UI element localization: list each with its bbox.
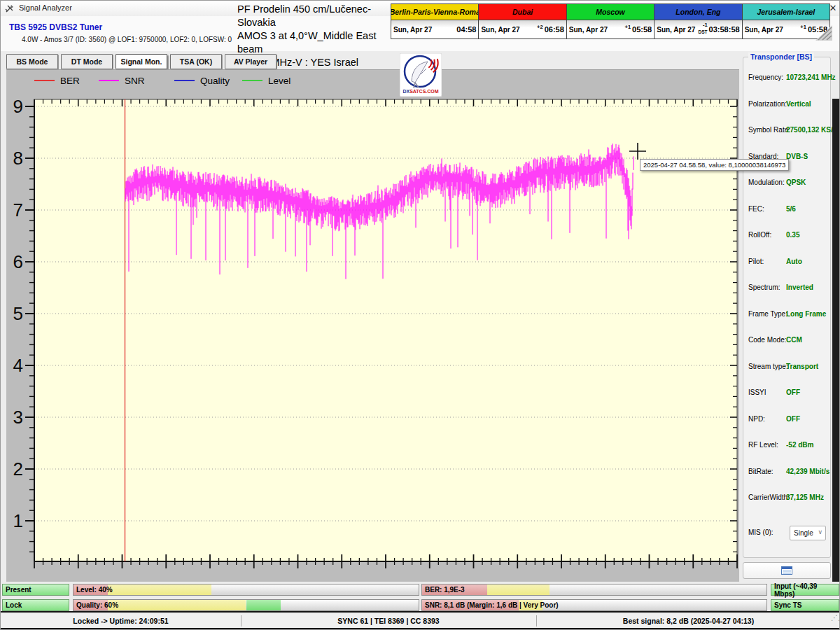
clock-utc-offset: +1	[800, 24, 806, 30]
clock-utc-offset: -1	[703, 22, 708, 28]
transponder-label: Stream type:	[748, 363, 788, 370]
transponder-value: Long Frame	[786, 310, 826, 318]
tab-tsa-ok-[interactable]: TSA (OK)	[170, 54, 222, 69]
transponder-label: NPD:	[748, 415, 765, 423]
meter-zone-yellow	[108, 600, 246, 610]
y-axis-label: 1	[4, 510, 23, 532]
clock-berlin-paris-vienna-roma: Berlin-Paris-Vienna-RomaSun, Apr 2704:58	[391, 4, 479, 38]
transponder-row: Pilot:Auto	[748, 258, 830, 267]
clock-city-label: Moscow	[567, 4, 654, 20]
clock-utc-offset: +1	[625, 24, 631, 30]
transponder-label: Code Mode:	[748, 336, 786, 344]
status-best-signal: Best signal: 8,2 dB (2025-04-27 04:13)	[536, 613, 840, 629]
transponder-row: ISSYIOFF	[748, 388, 830, 398]
transponder-row: Stream type:Transport	[748, 363, 830, 372]
transponder-value: QPSK	[786, 178, 806, 186]
resize-grip-icon[interactable]	[807, 24, 832, 41]
status-box: Input (~40,39 Mbps)	[771, 584, 839, 596]
transponder-row: Frequency:10723,241 MHz	[748, 74, 830, 83]
meter-zone-yellow	[487, 584, 550, 595]
transponder-row: FEC:5/6	[748, 205, 830, 215]
transponder-label: Pilot:	[748, 258, 764, 265]
transponder-label: FEC:	[748, 205, 764, 213]
transponder-label: Symbol Rate:	[748, 126, 790, 134]
logo-text-rest: SATCS.COM	[410, 89, 439, 94]
status-box: Sync TS	[771, 599, 839, 611]
transponder-row: CarrierWidth:37,125 MHz	[748, 493, 830, 503]
transport-list-button[interactable]	[743, 562, 831, 579]
clock-dst-label: DST	[699, 30, 708, 35]
tab-dt-mode[interactable]: DT Mode	[61, 54, 113, 69]
transponder-value: OFF	[786, 388, 800, 396]
y-axis-label: 5	[4, 302, 23, 325]
meter-row: PresentLevel: 40%BER: 1,9E-3Input (~40,3…	[1, 584, 840, 596]
transponder-label: CarrierWidth:	[748, 493, 790, 501]
clock-offset: -1DST	[695, 24, 707, 34]
clock-time: 03:58:58	[709, 25, 740, 34]
transponder-row: RollOff:0.35	[748, 231, 830, 241]
clock-dubai: DubaiSun, Apr 27+206:58	[479, 4, 566, 38]
y-axis-label: 3	[4, 406, 23, 428]
transponder-label: Modulation:	[748, 178, 785, 186]
clock-time-row: Sun, Apr 27+105:58	[567, 20, 654, 38]
transponder-value: 5/6	[786, 205, 796, 213]
y-axis-label: 9	[4, 95, 23, 118]
meter-row: LockQuality: 60%SNR: 8,1 dB (Margin: 1,6…	[1, 599, 840, 611]
tuner-subtitle: 4.0W - Amos 3/7 (ID: 3560) @ LOF1: 97500…	[22, 36, 232, 43]
mode-tabs: BS ModeDT ModeSignal Mon.TSA (OK)AV Play…	[6, 54, 276, 69]
transponder-value: 10723,241 MHz	[786, 74, 836, 81]
window-list-icon	[781, 566, 792, 575]
dxsatcs-logo: DXSATCS.COM	[400, 53, 442, 97]
flag-lock: Lock	[2, 599, 69, 611]
statusbar-resize-grip[interactable]: ⋰⋰	[831, 615, 839, 625]
app-icon	[5, 4, 15, 13]
clock-utc-offset: +2	[537, 24, 543, 30]
y-axis-label: 4	[4, 354, 23, 377]
tab-av-player[interactable]: AV Player	[225, 54, 276, 69]
transponder-label: Frame Type:	[748, 310, 788, 318]
flag-present: Present	[2, 584, 69, 596]
clock-time-row: Sun, Apr 27-1DST03:58:58	[654, 20, 741, 38]
clock-moscow: MoscowSun, Apr 27+105:58	[567, 4, 654, 38]
tab-signal-mon-[interactable]: Signal Mon.	[115, 54, 167, 69]
tab-bs-mode[interactable]: BS Mode	[6, 54, 58, 69]
transponder-row: Modulation:QPSK	[748, 178, 830, 188]
y-axis-label: 2	[4, 458, 23, 480]
mis-dropdown[interactable]: Single ∨	[790, 526, 826, 540]
right-scrollbar[interactable]	[832, 99, 839, 582]
transponder-value: Inverted	[786, 284, 813, 291]
dish-info-line: AMOS 3 at 4,0°W_Middle East beam	[237, 29, 395, 56]
transponder-row: Symbol Rate:27500,132 KS/s	[748, 126, 830, 136]
transponder-value: DVB-S	[786, 153, 808, 160]
transponder-row: Polarization:Vertical	[748, 100, 830, 110]
clock-city-label: Jerusalem-Israel	[743, 4, 830, 20]
transponder-label: RF Level:	[748, 441, 778, 449]
clock-city-label: Berlin-Paris-Vienna-Roma	[391, 4, 478, 20]
transponder-row: Frame Type:Long Frame	[748, 310, 830, 320]
clock-offset: +1	[783, 27, 806, 32]
chart-tooltip: 2025-04-27 04.58.58, value: 8,1000003814…	[640, 159, 789, 171]
crosshair-cursor	[629, 143, 646, 160]
clock-city-label: London, Eng	[654, 4, 741, 20]
clock-offset: +2	[520, 27, 543, 32]
status-lock-uptime: Locked -> Uptime: 24:09:51	[1, 613, 241, 629]
meter-bar: BER: 1,9E-3	[421, 584, 767, 596]
clock-time: 05:58	[632, 25, 652, 34]
transponder-row: RF Level:-52 dBm	[748, 441, 830, 451]
clock-offset: +1	[608, 27, 631, 32]
transponder-row: Code Mode:CCM	[748, 336, 830, 346]
meter-bar-label: Quality: 60%	[76, 601, 118, 609]
clock-london-eng: London, EngSun, Apr 27-1DST03:58:58	[654, 4, 742, 38]
window-title: Signal Analyzer	[19, 4, 72, 12]
transponder-value: OFF	[786, 415, 800, 423]
dish-info-line: PF Prodelin 450 cm/Lučenec-Slovakia	[237, 3, 395, 29]
y-axis-label: 7	[4, 199, 23, 221]
clock-city-label: Dubai	[479, 4, 566, 20]
meter-zone-yellow	[108, 584, 211, 595]
transponder-row: NPD:OFF	[748, 415, 830, 425]
status-bar: Locked -> Uptime: 24:09:51 SYNC 61 | TEI…	[1, 612, 840, 628]
meter-bar-label: Level: 40%	[76, 586, 113, 594]
clock-date: Sun, Apr 27	[569, 26, 608, 34]
svg-text:DXSATCS.COM: DXSATCS.COM	[402, 89, 438, 94]
clock-date: Sun, Apr 27	[393, 26, 432, 34]
